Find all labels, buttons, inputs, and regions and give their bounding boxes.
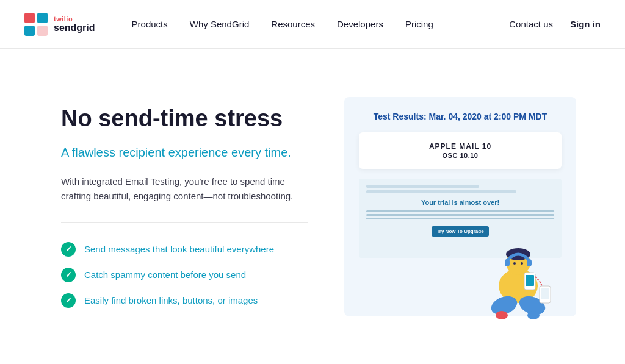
email-preview-area: Your trial is almost over! Try Now To Up… [359,179,562,258]
nav-developers[interactable]: Developers [337,19,383,29]
svg-point-8 [521,262,523,265]
main-content: No send-time stress A flawless recipient… [0,49,625,364]
right-panel: Test Results: Mar. 04, 2020 at 2:00 PM M… [344,97,576,316]
preview-line-1 [366,185,479,188]
email-client-name: APPLE MAIL 10 [371,142,549,151]
svg-rect-15 [505,259,510,266]
preview-line-2 [366,190,516,193]
test-results-header: Test Results: Mar. 04, 2020 at 2:00 PM M… [359,112,562,121]
main-heading: No send-time stress [61,105,308,133]
svg-rect-14 [526,275,534,286]
check-icon-2 [61,268,76,282]
features-list: Send messages that look beautiful everyw… [61,242,308,308]
site-header: twilio sendgrid Products Why SendGrid Re… [0,0,625,49]
svg-point-11 [496,311,508,319]
sub-heading: A flawless recipient experience every ti… [61,144,308,161]
svg-rect-3 [37,26,48,36]
character-svg [479,207,558,329]
feature-text-2: Catch spammy content before you send [84,269,246,280]
svg-rect-1 [24,26,35,36]
email-client-card: APPLE MAIL 10 OSC 10.10 [359,132,562,169]
nav-products[interactable]: Products [132,19,168,29]
character-illustration [479,207,558,316]
sign-in-link[interactable]: Sign in [570,19,601,29]
email-client-version: OSC 10.10 [371,152,549,159]
svg-point-12 [527,311,540,319]
feature-item-3: Easily find broken links, buttons, or im… [61,293,308,308]
feature-text-3: Easily find broken links, buttons, or im… [84,295,258,305]
svg-rect-18 [541,288,549,299]
header-right-actions: Contact us Sign in [509,19,601,29]
main-nav: Products Why SendGrid Resources Develope… [132,19,510,29]
svg-point-7 [513,262,516,265]
feature-item-1: Send messages that look beautiful everyw… [61,242,308,257]
twilio-sendgrid-logo-icon [24,13,48,36]
svg-rect-0 [24,13,35,23]
feature-item-2: Catch spammy content before you send [61,268,308,282]
svg-rect-16 [527,259,532,266]
logo-top-text: twilio [54,15,95,23]
check-icon-1 [61,242,76,257]
preview-title: Your trial is almost over! [366,198,554,207]
nav-pricing[interactable]: Pricing [405,19,433,29]
logo-bottom-text: sendgrid [54,23,95,34]
feature-text-1: Send messages that look beautiful everyw… [84,244,274,254]
logo-link[interactable]: twilio sendgrid [24,13,95,36]
description-text: With integrated Email Testing, you're fr… [61,174,308,223]
contact-us-link[interactable]: Contact us [509,19,553,29]
svg-rect-2 [37,13,48,23]
nav-why-sendgrid[interactable]: Why SendGrid [190,19,250,29]
nav-resources[interactable]: Resources [271,19,315,29]
check-icon-3 [61,293,76,308]
left-panel: No send-time stress A flawless recipient… [61,105,308,308]
